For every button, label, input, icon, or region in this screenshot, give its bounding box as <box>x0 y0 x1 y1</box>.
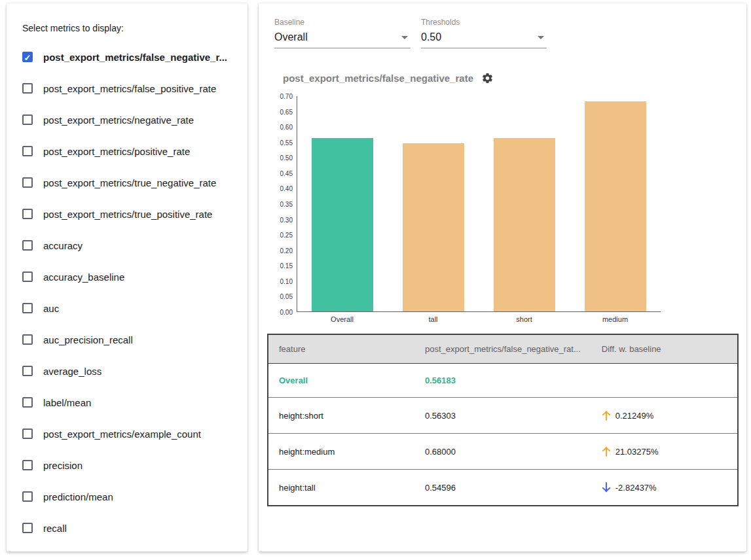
bar-slot <box>388 143 479 311</box>
metric-select-title: Select metrics to display: <box>22 23 240 33</box>
thresholds-dropdown-value: 0.50 <box>421 31 441 43</box>
checkbox-unchecked-icon[interactable] <box>22 366 33 376</box>
metric-checkbox-item[interactable]: average_loss <box>22 355 240 387</box>
checkbox-unchecked-icon[interactable] <box>22 209 33 219</box>
metric-label: post_export_metrics/positive_rate <box>43 146 190 157</box>
metric-label: average_loss <box>43 366 101 377</box>
up-arrow-icon <box>602 410 611 421</box>
metric-checkbox-item[interactable]: prediction/mean <box>22 481 240 512</box>
cell-diff: 21.03275% <box>591 434 738 470</box>
baseline-dropdown[interactable]: Baseline Overall <box>274 18 411 48</box>
y-axis-tick-label: 0.35 <box>280 201 293 208</box>
bar-medium[interactable] <box>585 101 646 311</box>
checkbox-unchecked-icon[interactable] <box>22 114 33 125</box>
metric-label: auc_precision_recall <box>43 334 133 345</box>
y-axis-tick-label: 0.05 <box>280 293 293 300</box>
checkbox-unchecked-icon[interactable] <box>22 491 33 502</box>
metric-checkbox-item[interactable]: accuracy_baseline <box>22 261 240 292</box>
table-row[interactable]: height:medium0.6800021.03275% <box>268 434 738 470</box>
checkbox-unchecked-icon[interactable] <box>22 177 33 188</box>
table-header-feature: feature <box>268 334 414 364</box>
cell-diff: 0.21249% <box>591 398 738 434</box>
metrics-table: feature post_export_metrics/false_negati… <box>267 334 739 506</box>
metric-label: precision <box>43 460 82 471</box>
bar-slot <box>570 101 661 311</box>
metric-checkbox-item[interactable]: precision <box>22 449 240 481</box>
metric-label: post_export_metrics/false_positive_rate <box>43 83 216 94</box>
table-header-row: feature post_export_metrics/false_negati… <box>268 334 738 364</box>
checkbox-unchecked-icon[interactable] <box>22 303 33 313</box>
checkbox-unchecked-icon[interactable] <box>22 240 33 251</box>
cell-diff: -2.82437% <box>591 470 738 506</box>
metric-checkbox-item[interactable]: accuracy <box>22 230 240 261</box>
metric-label: post_export_metrics/true_positive_rate <box>43 209 212 220</box>
thresholds-dropdown-label: Thresholds <box>421 18 547 27</box>
checkbox-unchecked-icon[interactable] <box>22 334 33 345</box>
cell-feature: height:tall <box>268 470 414 506</box>
cell-metric-value: 0.68000 <box>414 434 591 470</box>
chart-header: post_export_metrics/false_negative_rate <box>283 72 739 84</box>
y-axis-tick-label: 0.40 <box>280 185 293 192</box>
table-row[interactable]: height:tall0.54596-2.82437% <box>268 470 738 506</box>
chart-y-axis: 0.000.050.100.150.200.250.300.350.400.45… <box>274 96 297 312</box>
metric-checkbox-item[interactable]: post_export_metrics/positive_rate <box>22 135 240 167</box>
metric-checkbox-item[interactable]: recall <box>22 512 240 544</box>
metric-label: label/mean <box>43 397 91 408</box>
bar-tall[interactable] <box>403 143 464 311</box>
table-row[interactable]: Overall0.56183 <box>268 364 738 398</box>
diff-percentage: -2.82437% <box>615 483 657 493</box>
y-axis-tick-label: 0.25 <box>280 232 293 239</box>
metric-label: recall <box>43 523 67 534</box>
y-axis-tick-label: 0.70 <box>280 93 293 100</box>
checkbox-unchecked-icon[interactable] <box>22 83 33 94</box>
cell-metric-value: 0.56303 <box>414 398 591 434</box>
cell-metric-value: 0.56183 <box>414 364 591 398</box>
bar-slot <box>479 138 570 311</box>
x-axis-tick-label: medium <box>570 312 661 323</box>
metric-label: auc <box>43 303 59 314</box>
checkbox-unchecked-icon[interactable] <box>22 146 33 156</box>
chart-plot-area <box>297 96 661 312</box>
checkbox-unchecked-icon[interactable] <box>22 271 33 282</box>
table-header-diff: Diff. w. baseline <box>591 334 738 364</box>
y-axis-tick-label: 0.10 <box>280 277 293 285</box>
metric-checkbox-item[interactable]: post_export_metrics/example_count <box>22 418 240 449</box>
cell-diff <box>591 364 738 398</box>
table-row[interactable]: height:short0.563030.21249% <box>268 398 738 434</box>
checkbox-unchecked-icon[interactable] <box>22 523 33 533</box>
chevron-down-icon <box>401 36 408 39</box>
checkbox-checked-icon[interactable]: ✓ <box>22 52 33 62</box>
table-header-metric: post_export_metrics/false_negative_rat..… <box>414 334 591 364</box>
bar-overall[interactable] <box>312 138 373 311</box>
metric-checkbox-item[interactable]: post_export_metrics/false_positive_rate <box>22 73 240 104</box>
x-axis-tick-label: tall <box>388 312 479 323</box>
checkbox-unchecked-icon[interactable] <box>22 397 33 408</box>
cell-feature: height:medium <box>268 434 414 470</box>
baseline-dropdown-value: Overall <box>274 31 308 43</box>
metric-checkbox-item[interactable]: label/mean <box>22 387 240 418</box>
metric-checkbox-item[interactable]: post_export_metrics/true_negative_rate <box>22 167 240 198</box>
bar-short[interactable] <box>494 138 555 311</box>
bar-chart: 0.000.050.100.150.200.250.300.350.400.45… <box>274 96 739 323</box>
bar-slot <box>297 138 388 311</box>
checkbox-unchecked-icon[interactable] <box>22 429 33 439</box>
metric-label: post_export_metrics/false_negative_r... <box>43 52 227 63</box>
y-axis-tick-label: 0.30 <box>280 216 293 223</box>
y-axis-tick-label: 0.50 <box>280 154 293 162</box>
gear-icon[interactable] <box>481 72 494 84</box>
metric-label: accuracy <box>43 240 82 251</box>
metric-list: ✓post_export_metrics/false_negative_r...… <box>22 41 240 544</box>
diff-percentage: 0.21249% <box>615 411 654 421</box>
chevron-down-icon <box>538 36 544 39</box>
x-axis-tick-label: Overall <box>297 312 388 323</box>
metric-checkbox-item[interactable]: auc <box>22 292 240 324</box>
metric-checkbox-item[interactable]: auc_precision_recall <box>22 324 240 355</box>
metric-checkbox-item[interactable]: post_export_metrics/true_positive_rate <box>22 198 240 230</box>
thresholds-dropdown[interactable]: Thresholds 0.50 <box>421 18 547 48</box>
metric-checkbox-item[interactable]: post_export_metrics/negative_rate <box>22 104 240 135</box>
checkbox-unchecked-icon[interactable] <box>22 460 33 470</box>
chart-x-axis: Overalltallshortmedium <box>297 312 661 323</box>
metric-checkbox-item[interactable]: ✓post_export_metrics/false_negative_r... <box>22 41 240 73</box>
fairness-metrics-app: Select metrics to display: ✓post_export_… <box>0 0 751 551</box>
y-axis-tick-label: 0.00 <box>280 309 293 316</box>
